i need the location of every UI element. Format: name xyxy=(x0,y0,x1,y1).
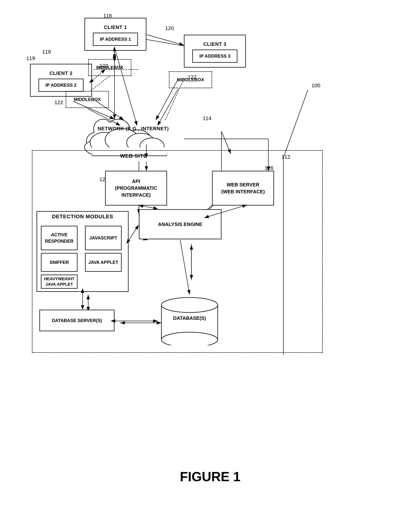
ref-100: 100 xyxy=(311,83,320,88)
active-responder-box: ACTIVE RESPONDER xyxy=(41,226,77,250)
api-box: API(PROGRAMMATICINTERFACE) xyxy=(105,171,167,206)
sniffer-box: SNIFFER xyxy=(41,253,77,272)
client1-ip-label: IP ADDRESS 1 xyxy=(100,37,131,42)
middlebox1-label: MIDDLEBOX xyxy=(96,65,123,70)
analysis-engine-box: ANALYSIS ENGINE xyxy=(139,209,221,239)
diagram-container: 116 117 120 121 118 119 122 122 122 114 … xyxy=(15,8,405,495)
api-label: API(PROGRAMMATICINTERFACE) xyxy=(115,178,157,198)
ref-122c: 122 xyxy=(55,99,63,106)
middlebox1: MIDDLEBOX xyxy=(88,59,131,76)
client1-ip-box: IP ADDRESS 1 xyxy=(93,33,138,46)
svg-point-43 xyxy=(161,332,218,345)
svg-line-63 xyxy=(283,90,308,158)
detection-modules-title: DETECTION MODULES xyxy=(37,212,128,221)
analysis-engine-label: ANALYSIS ENGINE xyxy=(158,221,202,228)
svg-point-42 xyxy=(161,297,218,312)
database-server-box: DATABASE SERVER(S) xyxy=(39,310,114,331)
webserver-label: WEB SERVER(WEB INTERFACE) xyxy=(221,181,265,195)
detection-modules-box: DETECTION MODULES ACTIVE RESPONDER JAVAS… xyxy=(37,211,129,292)
figure-label: FIGURE 1 xyxy=(15,469,405,484)
middlebox2: MIDDLEBOX xyxy=(169,71,212,88)
javascript-box: JAVASCRIPT xyxy=(85,226,122,250)
client3-label: CLIENT 3 xyxy=(201,40,229,49)
client2-label: CLIENT 2 xyxy=(47,69,75,78)
middlebox3: MIDDLEBOX xyxy=(66,91,109,108)
client2-ip-label: IP ADDRESS 2 xyxy=(45,83,76,88)
svg-line-49 xyxy=(90,76,110,91)
heavyweight-box: HEAVYWEIGHT JAVA APPLET xyxy=(41,274,77,289)
client1-box: CLIENT 1 IP ADDRESS 1 xyxy=(84,18,146,51)
client3-ip-label: IP ADDRESS 3 xyxy=(199,54,230,59)
client2-ip-box: IP ADDRESS 2 xyxy=(38,79,84,92)
java-applet-label: JAVA APPLET xyxy=(88,260,118,265)
heavyweight-label: HEAVYWEIGHT JAVA APPLET xyxy=(42,276,77,287)
database-cylinder: DATABASE(S) xyxy=(158,295,221,345)
middlebox3-label: MIDDLEBOX xyxy=(74,97,101,102)
active-responder-label: ACTIVE RESPONDER xyxy=(42,231,77,244)
sniffer-label: SNIFFER xyxy=(50,260,69,265)
ref-119: 119 xyxy=(26,55,35,61)
ref-114: 114 xyxy=(203,115,211,121)
webserver-box: WEB SERVER(WEB INTERFACE) xyxy=(212,171,274,206)
svg-line-47 xyxy=(147,35,184,45)
database-server-label: DATABASE SERVER(S) xyxy=(52,318,102,323)
ref-118: 118 xyxy=(42,49,51,55)
client3-box: CLIENT 3 IP ADDRESS 3 xyxy=(184,35,246,67)
client1-label: CLIENT 1 xyxy=(101,23,129,32)
database-label: DATABASE(S) xyxy=(158,315,221,321)
java-applet-box: JAVA APPLET xyxy=(85,253,122,272)
website-label: WEB SITE xyxy=(120,153,147,159)
client3-ip-box: IP ADDRESS 3 xyxy=(192,50,237,63)
middlebox2-label: MIDDLEBOX xyxy=(177,77,204,82)
javascript-label: JAVASCRIPT xyxy=(89,235,117,241)
ref-120: 120 xyxy=(165,25,174,31)
network-label: NETWORK (E.G., INTERNET) xyxy=(81,125,186,132)
